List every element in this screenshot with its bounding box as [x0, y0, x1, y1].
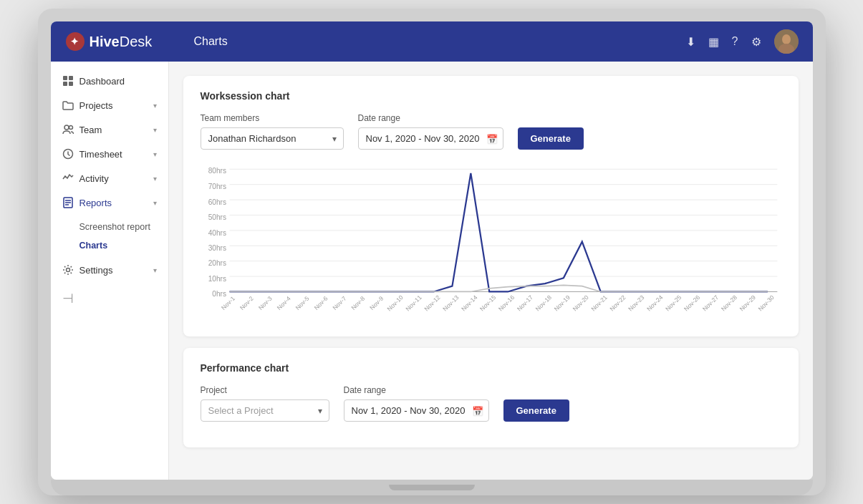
svg-text:60hrs: 60hrs [208, 198, 226, 206]
worksession-date-range-label: Date range [358, 113, 503, 123]
sidebar-item-dashboard[interactable]: Dashboard [51, 69, 168, 93]
logo-text: HiveDesk [90, 34, 153, 50]
sidebar-item-settings-label: Settings [79, 265, 113, 276]
main-content: Worksession chart Team members Jonathan … [169, 62, 813, 480]
sidebar-item-dashboard-label: Dashboard [79, 76, 125, 87]
svg-text:Nov-19: Nov-19 [552, 294, 572, 313]
performance-date-range-label: Date range [344, 385, 489, 395]
svg-point-10 [64, 125, 69, 130]
team-members-group: Team members Jonathan Richardson [201, 113, 344, 150]
sidebar-collapse-button[interactable]: ⊣ [62, 291, 74, 306]
worksession-date-input[interactable]: Nov 1, 2020 - Nov 30, 2020 [358, 127, 503, 150]
sidebar-sub-screenshot-report[interactable]: Screenshot report [79, 218, 168, 236]
topbar: ✦ HiveDesk Charts ⬇ ▦ ? ⚙ [51, 21, 813, 62]
sidebar: Dashboard Projects ▾ [51, 62, 169, 480]
svg-rect-8 [63, 82, 67, 86]
worksession-chart-card: Worksession chart Team members Jonathan … [183, 76, 799, 336]
sidebar-item-projects-label: Projects [79, 100, 113, 111]
reports-chevron-icon: ▾ [153, 199, 157, 207]
reports-submenu: Screenshot report Charts [51, 215, 168, 258]
svg-point-3 [782, 34, 791, 44]
svg-text:Nov-30: Nov-30 [756, 294, 776, 313]
svg-text:Nov-15: Nov-15 [478, 294, 497, 313]
svg-text:Nov-23: Nov-23 [627, 294, 646, 313]
performance-date-wrapper: Nov 1, 2020 - Nov 30, 2020 [344, 399, 489, 422]
sidebar-sub-charts[interactable]: Charts [79, 236, 168, 255]
svg-text:0hrs: 0hrs [212, 290, 226, 298]
svg-text:10hrs: 10hrs [208, 275, 226, 283]
settings-icon[interactable]: ⚙ [751, 35, 761, 49]
svg-text:Nov-14: Nov-14 [460, 294, 479, 313]
svg-text:Nov-28: Nov-28 [719, 294, 738, 313]
worksession-generate-button[interactable]: Generate [518, 127, 584, 150]
folder-icon [62, 100, 74, 111]
worksession-date-range-group: Date range Nov 1, 2020 - Nov 30, 2020 [358, 113, 503, 150]
svg-text:Nov-7: Nov-7 [331, 295, 347, 311]
performance-generate-button[interactable]: Generate [503, 399, 569, 422]
sidebar-item-team[interactable]: Team ▾ [51, 117, 168, 142]
settings-nav-icon [62, 264, 74, 276]
svg-text:✦: ✦ [70, 36, 79, 47]
team-icon [62, 124, 74, 135]
sidebar-item-projects[interactable]: Projects ▾ [51, 93, 168, 117]
project-label: Project [201, 385, 329, 395]
worksession-date-wrapper: Nov 1, 2020 - Nov 30, 2020 [358, 127, 503, 150]
svg-text:Nov-18: Nov-18 [534, 294, 553, 313]
project-group: Project Select a Project [201, 385, 329, 422]
svg-text:Nov-17: Nov-17 [515, 294, 534, 313]
download-icon[interactable]: ⬇ [686, 35, 695, 49]
worksession-chart-title: Worksession chart [201, 90, 781, 102]
svg-text:Nov-25: Nov-25 [664, 294, 683, 313]
svg-text:Nov-21: Nov-21 [589, 294, 609, 313]
projects-chevron-icon: ▾ [153, 102, 157, 110]
grid-icon[interactable]: ▦ [708, 35, 719, 49]
avatar-image [774, 29, 799, 54]
svg-rect-6 [63, 76, 67, 80]
svg-text:Nov-4: Nov-4 [275, 295, 291, 311]
svg-text:Nov-10: Nov-10 [385, 294, 405, 313]
svg-rect-7 [69, 76, 73, 80]
avatar[interactable] [774, 29, 799, 54]
sidebar-item-activity[interactable]: Activity ▾ [51, 166, 168, 190]
sidebar-item-reports[interactable]: Reports ▾ [51, 190, 168, 215]
svg-text:Nov-3: Nov-3 [256, 295, 273, 311]
help-icon[interactable]: ? [732, 35, 738, 48]
performance-chart-title: Performance chart [201, 362, 781, 374]
svg-text:Nov-16: Nov-16 [496, 294, 516, 313]
project-select[interactable]: Select a Project [201, 399, 329, 422]
reports-icon [62, 197, 74, 208]
svg-text:Nov-29: Nov-29 [738, 294, 757, 313]
svg-text:Nov-12: Nov-12 [423, 294, 442, 313]
svg-text:Nov-20: Nov-20 [571, 294, 590, 313]
sidebar-item-settings[interactable]: Settings ▾ [51, 258, 168, 282]
sidebar-item-timesheet[interactable]: Timesheet ▾ [51, 142, 168, 166]
team-members-select[interactable]: Jonathan Richardson [201, 127, 344, 150]
svg-text:50hrs: 50hrs [208, 213, 226, 221]
svg-text:40hrs: 40hrs [208, 229, 226, 237]
svg-text:Nov-27: Nov-27 [700, 294, 720, 313]
timesheet-chevron-icon: ▾ [153, 150, 157, 158]
topbar-icons: ⬇ ▦ ? ⚙ [686, 29, 799, 54]
sidebar-item-activity-label: Activity [79, 173, 109, 184]
team-members-label: Team members [201, 113, 344, 123]
svg-text:20hrs: 20hrs [208, 259, 226, 267]
settings-chevron-icon: ▾ [153, 266, 157, 274]
svg-text:Nov-11: Nov-11 [404, 294, 423, 313]
svg-text:70hrs: 70hrs [208, 183, 226, 190]
sidebar-item-team-label: Team [79, 125, 102, 135]
sidebar-item-reports-label: Reports [79, 198, 112, 208]
activity-chevron-icon: ▾ [153, 175, 157, 183]
worksession-chart-svg: 80hrs 70hrs 60hrs 50hrs 40hrs 30hrs 20hr… [201, 161, 781, 322]
svg-text:Nov-5: Nov-5 [294, 295, 310, 311]
svg-text:Nov-22: Nov-22 [608, 294, 627, 313]
svg-rect-9 [69, 82, 73, 86]
performance-form-row: Project Select a Project Date range [201, 385, 781, 422]
svg-text:Nov-2: Nov-2 [238, 295, 254, 311]
svg-point-11 [69, 126, 72, 130]
clock-icon [62, 148, 74, 160]
svg-text:Nov-6: Nov-6 [312, 295, 329, 311]
performance-date-range-group: Date range Nov 1, 2020 - Nov 30, 2020 [344, 385, 489, 422]
worksession-form-row: Team members Jonathan Richardson Date ra… [201, 113, 781, 150]
performance-date-input[interactable]: Nov 1, 2020 - Nov 30, 2020 [344, 399, 489, 422]
team-members-select-wrapper: Jonathan Richardson [201, 127, 344, 150]
